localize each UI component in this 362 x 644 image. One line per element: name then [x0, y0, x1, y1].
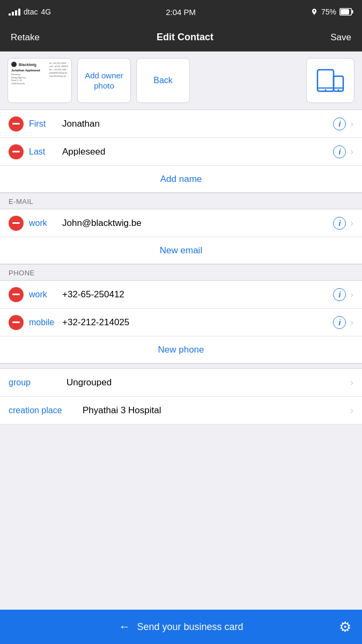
first-value[interactable]: Jonathan — [62, 119, 328, 129]
group-value: Ungrouped — [67, 377, 346, 388]
status-right: 75% — [311, 8, 353, 16]
svg-rect-6 — [334, 76, 343, 91]
email-chevron: › — [350, 218, 353, 229]
last-info-icon[interactable]: i — [333, 145, 346, 158]
email-work-value[interactable]: John@blacktwig.be — [62, 218, 328, 229]
network-label: 4G — [41, 8, 51, 16]
remove-first-button[interactable] — [9, 116, 24, 131]
back-button[interactable]: Back — [136, 58, 190, 103]
new-phone-label: New phone — [158, 345, 204, 355]
group-label: group — [9, 378, 62, 387]
phone-section-header: PHONE — [0, 264, 362, 281]
phone-section: work +32-65-250412 i › mobile +32-212-21… — [0, 281, 362, 363]
email-row-actions: i › — [333, 217, 353, 230]
email-work-label: work — [29, 218, 57, 228]
separator — [0, 363, 362, 369]
phone-mobile-row: mobile +32-212-214025 i › — [0, 309, 362, 336]
last-name-row: Last Appleseed i › — [0, 138, 362, 166]
first-label: First — [29, 119, 57, 129]
phone-mobile-value[interactable]: +32-212-214025 — [62, 317, 328, 328]
phone-work-chevron: › — [350, 289, 353, 300]
remove-phone-mobile-button[interactable] — [9, 315, 24, 330]
first-name-row: First Jonathan i › — [0, 110, 362, 138]
last-label: Last — [29, 147, 57, 157]
last-chevron: › — [350, 147, 353, 157]
creation-place-row[interactable]: creation place Phyathai 3 Hospital › — [0, 397, 362, 425]
device-sync-icon — [316, 69, 344, 92]
svg-rect-2 — [341, 9, 349, 14]
first-row-actions: i › — [333, 118, 353, 130]
first-chevron: › — [350, 119, 353, 129]
email-work-row: work John@blacktwig.be i › — [0, 209, 362, 237]
meta-section: group Ungrouped › creation place Phyatha… — [0, 369, 362, 425]
phone-work-info-icon[interactable]: i — [333, 288, 346, 301]
name-section: First Jonathan i › Last Appleseed i › Ad… — [0, 110, 362, 193]
svg-point-5 — [325, 89, 327, 91]
new-email-label: New email — [160, 245, 202, 256]
photo-strip: Blacktwig Jonathan Appleseed Blacktwig D… — [0, 52, 362, 110]
carrier-label: dtac — [24, 8, 38, 16]
send-business-card-bar[interactable]: ← Send your business card ⚙ — [0, 610, 362, 644]
nav-bar: Retake Edit Contact Save — [0, 24, 362, 52]
status-left: dtac 4G — [9, 8, 51, 16]
add-owner-photo-button[interactable]: Add owner photo — [77, 58, 131, 103]
phone-mobile-label: mobile — [29, 318, 57, 327]
settings-gear-icon[interactable]: ⚙ — [339, 619, 351, 635]
phone-work-actions: i › — [333, 288, 353, 301]
phone-mobile-actions: i › — [333, 316, 353, 329]
creation-place-label: creation place — [9, 406, 78, 415]
remove-email-button[interactable] — [9, 216, 24, 231]
retake-button[interactable]: Retake — [9, 28, 42, 47]
save-button[interactable]: Save — [328, 28, 353, 47]
phone-work-value[interactable]: +32-65-250412 — [62, 289, 328, 300]
status-bar: dtac 4G 2:04 PM 75% — [0, 0, 362, 24]
group-row[interactable]: group Ungrouped › — [0, 369, 362, 397]
add-name-label: Add name — [160, 174, 202, 185]
last-value[interactable]: Appleseed — [62, 147, 328, 157]
status-time: 2:04 PM — [166, 8, 196, 17]
page-title: Edit Contact — [157, 32, 213, 43]
device-sync-icon-box[interactable] — [306, 58, 354, 103]
phone-mobile-chevron: › — [350, 317, 353, 328]
business-card-thumb: Blacktwig Jonathan Appleseed Blacktwig D… — [8, 58, 72, 103]
first-info-icon[interactable]: i — [333, 118, 346, 130]
email-section: work John@blacktwig.be i › New email — [0, 209, 362, 264]
battery-icon — [339, 8, 353, 16]
location-icon — [311, 8, 318, 16]
phone-work-label: work — [29, 290, 57, 299]
group-chevron: › — [350, 377, 353, 388]
remove-last-button[interactable] — [9, 144, 24, 159]
creation-place-chevron: › — [350, 405, 353, 416]
send-business-card-label: Send your business card — [137, 621, 243, 633]
new-phone-button[interactable]: New phone — [0, 336, 362, 363]
svg-rect-1 — [352, 10, 353, 13]
add-name-button[interactable]: Add name — [0, 166, 362, 193]
phone-mobile-info-icon[interactable]: i — [333, 316, 346, 329]
email-info-icon[interactable]: i — [333, 217, 346, 230]
send-arrow-icon: ← — [119, 620, 130, 634]
creation-place-value: Phyathai 3 Hospital — [83, 405, 346, 416]
last-row-actions: i › — [333, 145, 353, 158]
remove-phone-work-button[interactable] — [9, 287, 24, 302]
new-email-button[interactable]: New email — [0, 237, 362, 264]
svg-point-8 — [338, 89, 339, 91]
battery-label: 75% — [321, 8, 336, 16]
phone-work-row: work +32-65-250412 i › — [0, 281, 362, 309]
signal-bars — [9, 9, 20, 16]
email-section-header: E-MAIL — [0, 193, 362, 209]
